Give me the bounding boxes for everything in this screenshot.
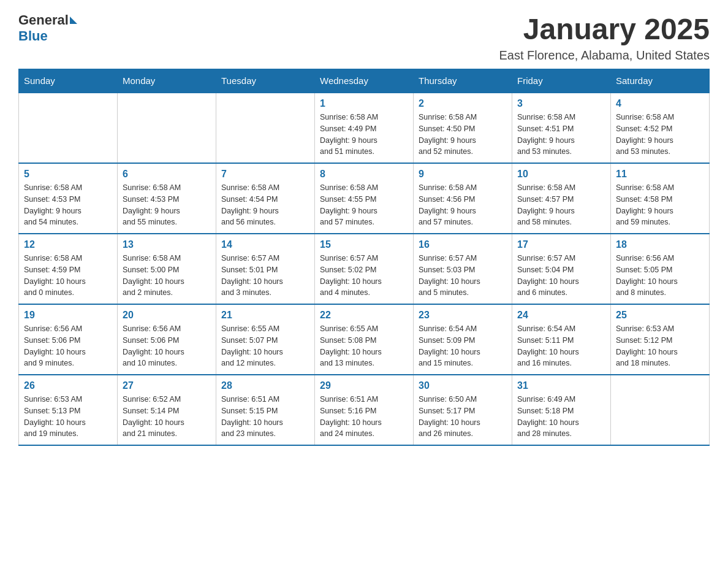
- day-number: 1: [320, 98, 408, 109]
- day-info: Sunrise: 6:58 AM Sunset: 4:52 PM Dayligh…: [616, 112, 704, 158]
- calendar-cell: 31Sunrise: 6:49 AM Sunset: 5:18 PM Dayli…: [512, 375, 611, 445]
- calendar-week-row: 12Sunrise: 6:58 AM Sunset: 4:59 PM Dayli…: [19, 234, 710, 304]
- day-info: Sunrise: 6:58 AM Sunset: 4:54 PM Dayligh…: [221, 182, 309, 228]
- calendar-cell: 3Sunrise: 6:58 AM Sunset: 4:51 PM Daylig…: [512, 93, 611, 163]
- calendar-cell: 28Sunrise: 6:51 AM Sunset: 5:15 PM Dayli…: [216, 375, 315, 445]
- day-number: 3: [517, 98, 605, 109]
- day-number: 19: [24, 310, 112, 321]
- day-info: Sunrise: 6:55 AM Sunset: 5:07 PM Dayligh…: [221, 323, 309, 369]
- day-number: 22: [320, 310, 408, 321]
- day-info: Sunrise: 6:57 AM Sunset: 5:04 PM Dayligh…: [517, 253, 605, 299]
- day-info: Sunrise: 6:58 AM Sunset: 4:49 PM Dayligh…: [320, 112, 408, 158]
- calendar-cell: 10Sunrise: 6:58 AM Sunset: 4:57 PM Dayli…: [512, 163, 611, 234]
- calendar-week-row: 5Sunrise: 6:58 AM Sunset: 4:53 PM Daylig…: [19, 163, 710, 234]
- calendar-cell: 23Sunrise: 6:54 AM Sunset: 5:09 PM Dayli…: [414, 304, 512, 375]
- logo-general-text: General: [18, 12, 69, 28]
- calendar-cell: 18Sunrise: 6:56 AM Sunset: 5:05 PM Dayli…: [611, 234, 710, 304]
- calendar-cell: 4Sunrise: 6:58 AM Sunset: 4:52 PM Daylig…: [611, 93, 710, 163]
- day-info: Sunrise: 6:56 AM Sunset: 5:06 PM Dayligh…: [24, 323, 112, 369]
- page-header: General Blue January 2025 East Florence,…: [18, 12, 710, 63]
- calendar-cell: 29Sunrise: 6:51 AM Sunset: 5:16 PM Dayli…: [315, 375, 414, 445]
- calendar-table: SundayMondayTuesdayWednesdayThursdayFrid…: [18, 69, 710, 446]
- day-number: 12: [24, 239, 112, 250]
- day-info: Sunrise: 6:52 AM Sunset: 5:14 PM Dayligh…: [123, 394, 211, 440]
- month-title: January 2025: [499, 12, 710, 46]
- location-subtitle: East Florence, Alabama, United States: [499, 48, 710, 63]
- day-number: 10: [517, 169, 605, 180]
- day-info: Sunrise: 6:57 AM Sunset: 5:03 PM Dayligh…: [419, 253, 507, 299]
- day-number: 4: [616, 98, 704, 109]
- calendar-day-header: Saturday: [611, 69, 710, 93]
- day-number: 9: [419, 169, 507, 180]
- calendar-cell: 26Sunrise: 6:53 AM Sunset: 5:13 PM Dayli…: [19, 375, 118, 445]
- calendar-cell: 20Sunrise: 6:56 AM Sunset: 5:06 PM Dayli…: [118, 304, 216, 375]
- calendar-cell: 14Sunrise: 6:57 AM Sunset: 5:01 PM Dayli…: [216, 234, 315, 304]
- day-number: 8: [320, 169, 408, 180]
- day-number: 21: [221, 310, 309, 321]
- calendar-cell: 22Sunrise: 6:55 AM Sunset: 5:08 PM Dayli…: [315, 304, 414, 375]
- calendar-cell: 15Sunrise: 6:57 AM Sunset: 5:02 PM Dayli…: [315, 234, 414, 304]
- calendar-day-header: Sunday: [19, 69, 118, 93]
- calendar-cell: 19Sunrise: 6:56 AM Sunset: 5:06 PM Dayli…: [19, 304, 118, 375]
- day-number: 15: [320, 239, 408, 250]
- day-number: 18: [616, 239, 704, 250]
- calendar-day-header: Tuesday: [216, 69, 315, 93]
- day-number: 13: [123, 239, 211, 250]
- calendar-cell: 2Sunrise: 6:58 AM Sunset: 4:50 PM Daylig…: [414, 93, 512, 163]
- day-info: Sunrise: 6:58 AM Sunset: 4:50 PM Dayligh…: [419, 112, 507, 158]
- calendar-cell: [118, 93, 216, 163]
- calendar-week-row: 19Sunrise: 6:56 AM Sunset: 5:06 PM Dayli…: [19, 304, 710, 375]
- day-number: 23: [419, 310, 507, 321]
- calendar-cell: 25Sunrise: 6:53 AM Sunset: 5:12 PM Dayli…: [611, 304, 710, 375]
- day-info: Sunrise: 6:58 AM Sunset: 4:57 PM Dayligh…: [517, 182, 605, 228]
- calendar-week-row: 26Sunrise: 6:53 AM Sunset: 5:13 PM Dayli…: [19, 375, 710, 445]
- day-number: 26: [24, 380, 112, 391]
- day-number: 6: [123, 169, 211, 180]
- day-number: 31: [517, 380, 605, 391]
- day-number: 2: [419, 98, 507, 109]
- day-info: Sunrise: 6:58 AM Sunset: 4:53 PM Dayligh…: [123, 182, 211, 228]
- day-number: 24: [517, 310, 605, 321]
- calendar-cell: [611, 375, 710, 445]
- day-number: 25: [616, 310, 704, 321]
- calendar-cell: 1Sunrise: 6:58 AM Sunset: 4:49 PM Daylig…: [315, 93, 414, 163]
- day-info: Sunrise: 6:58 AM Sunset: 4:56 PM Dayligh…: [419, 182, 507, 228]
- day-info: Sunrise: 6:56 AM Sunset: 5:05 PM Dayligh…: [616, 253, 704, 299]
- calendar-cell: 6Sunrise: 6:58 AM Sunset: 4:53 PM Daylig…: [118, 163, 216, 234]
- day-info: Sunrise: 6:50 AM Sunset: 5:17 PM Dayligh…: [419, 394, 507, 440]
- day-info: Sunrise: 6:51 AM Sunset: 5:15 PM Dayligh…: [221, 394, 309, 440]
- calendar-cell: 30Sunrise: 6:50 AM Sunset: 5:17 PM Dayli…: [414, 375, 512, 445]
- calendar-cell: 13Sunrise: 6:58 AM Sunset: 5:00 PM Dayli…: [118, 234, 216, 304]
- logo: General Blue: [18, 12, 78, 44]
- day-number: 11: [616, 169, 704, 180]
- day-info: Sunrise: 6:58 AM Sunset: 4:55 PM Dayligh…: [320, 182, 408, 228]
- calendar-cell: 16Sunrise: 6:57 AM Sunset: 5:03 PM Dayli…: [414, 234, 512, 304]
- calendar-cell: 11Sunrise: 6:58 AM Sunset: 4:58 PM Dayli…: [611, 163, 710, 234]
- logo-blue-text: Blue: [18, 28, 48, 44]
- day-number: 27: [123, 380, 211, 391]
- day-info: Sunrise: 6:54 AM Sunset: 5:11 PM Dayligh…: [517, 323, 605, 369]
- calendar-cell: [216, 93, 315, 163]
- calendar-day-header: Friday: [512, 69, 611, 93]
- calendar-cell: 21Sunrise: 6:55 AM Sunset: 5:07 PM Dayli…: [216, 304, 315, 375]
- calendar-cell: 5Sunrise: 6:58 AM Sunset: 4:53 PM Daylig…: [19, 163, 118, 234]
- day-info: Sunrise: 6:58 AM Sunset: 4:53 PM Dayligh…: [24, 182, 112, 228]
- day-info: Sunrise: 6:57 AM Sunset: 5:02 PM Dayligh…: [320, 253, 408, 299]
- day-info: Sunrise: 6:51 AM Sunset: 5:16 PM Dayligh…: [320, 394, 408, 440]
- day-info: Sunrise: 6:54 AM Sunset: 5:09 PM Dayligh…: [419, 323, 507, 369]
- day-number: 17: [517, 239, 605, 250]
- day-number: 5: [24, 169, 112, 180]
- calendar-cell: 9Sunrise: 6:58 AM Sunset: 4:56 PM Daylig…: [414, 163, 512, 234]
- day-number: 14: [221, 239, 309, 250]
- calendar-cell: 27Sunrise: 6:52 AM Sunset: 5:14 PM Dayli…: [118, 375, 216, 445]
- day-info: Sunrise: 6:56 AM Sunset: 5:06 PM Dayligh…: [123, 323, 211, 369]
- day-info: Sunrise: 6:58 AM Sunset: 5:00 PM Dayligh…: [123, 253, 211, 299]
- calendar-cell: 7Sunrise: 6:58 AM Sunset: 4:54 PM Daylig…: [216, 163, 315, 234]
- day-info: Sunrise: 6:55 AM Sunset: 5:08 PM Dayligh…: [320, 323, 408, 369]
- day-number: 20: [123, 310, 211, 321]
- calendar-day-header: Thursday: [414, 69, 512, 93]
- day-number: 16: [419, 239, 507, 250]
- calendar-header-row: SundayMondayTuesdayWednesdayThursdayFrid…: [19, 69, 710, 93]
- calendar-cell: 17Sunrise: 6:57 AM Sunset: 5:04 PM Dayli…: [512, 234, 611, 304]
- title-section: January 2025 East Florence, Alabama, Uni…: [499, 12, 710, 63]
